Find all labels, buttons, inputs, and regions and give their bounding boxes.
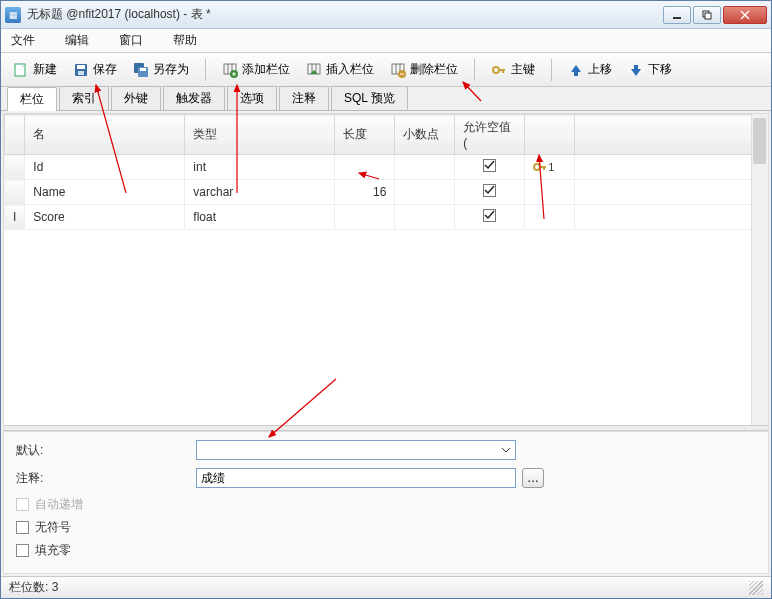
app-icon: ▦ [5, 7, 21, 23]
save-icon [73, 62, 89, 78]
comment-input[interactable]: 成绩 [196, 468, 516, 488]
comment-ellipsis-button[interactable]: … [522, 468, 544, 488]
default-label: 默认: [16, 442, 196, 459]
status-fieldcount: 栏位数: 3 [9, 579, 58, 596]
comment-value: 成绩 [201, 470, 225, 487]
new-label: 新建 [33, 61, 57, 78]
svg-rect-8 [78, 71, 84, 75]
deletecol-label: 删除栏位 [410, 61, 458, 78]
new-button[interactable]: 新建 [7, 58, 63, 81]
svg-point-30 [534, 164, 540, 170]
vertical-scrollbar[interactable] [751, 114, 768, 425]
chevron-down-icon [499, 443, 513, 457]
toolbar: 新建 保存 另存为 添加栏位 插入栏位 删除栏位 主键 [1, 53, 771, 87]
cell-primarykey[interactable] [525, 205, 575, 230]
cell-type[interactable]: float [185, 205, 335, 230]
col-decimals[interactable]: 小数点 [395, 115, 455, 155]
scrollbar-thumb[interactable] [753, 118, 766, 164]
svg-rect-7 [77, 65, 85, 69]
cell-allownull[interactable] [455, 155, 525, 180]
cell-type[interactable]: varchar [185, 180, 335, 205]
menu-help[interactable]: 帮助 [169, 30, 201, 51]
tab-bar: 栏位 索引 外键 触发器 选项 注释 SQL 预览 [1, 87, 771, 111]
autoinc-checkbox [16, 498, 29, 511]
saveas-label: 另存为 [153, 61, 189, 78]
minimize-button[interactable] [663, 6, 691, 24]
zerofill-checkbox[interactable] [16, 544, 29, 557]
table-row[interactable]: Idint1 [5, 155, 768, 180]
ellipsis-icon: … [527, 471, 539, 485]
cell-length[interactable]: 16 [335, 180, 395, 205]
deletecol-icon [390, 62, 406, 78]
col-name[interactable]: 名 [25, 115, 185, 155]
toolbar-separator [205, 59, 206, 81]
key-icon [491, 62, 507, 78]
primarykey-button[interactable]: 主键 [485, 58, 541, 81]
cell-name[interactable]: Id [25, 155, 185, 180]
cell-name[interactable]: Score [25, 205, 185, 230]
cell-primarykey[interactable]: 1 [525, 155, 575, 180]
deletecol-button[interactable]: 删除栏位 [384, 58, 464, 81]
cell-length[interactable] [335, 155, 395, 180]
cell-type[interactable]: int [185, 155, 335, 180]
saveas-button[interactable]: 另存为 [127, 58, 195, 81]
zerofill-row[interactable]: 填充零 [16, 542, 756, 559]
rowhandle-header [5, 115, 25, 155]
tab-options[interactable]: 选项 [227, 86, 277, 110]
menu-edit[interactable]: 编辑 [61, 30, 93, 51]
primarykey-label: 主键 [511, 61, 535, 78]
unsigned-row[interactable]: 无符号 [16, 519, 756, 536]
movedown-button[interactable]: 下移 [622, 58, 678, 81]
cell-decimals[interactable] [395, 155, 455, 180]
field-properties: 默认: 注释: 成绩 … [4, 431, 768, 573]
tab-indexes[interactable]: 索引 [59, 86, 109, 110]
cell-decimals[interactable] [395, 180, 455, 205]
arrow-up-icon [568, 62, 584, 78]
tab-foreignkeys[interactable]: 外键 [111, 86, 161, 110]
row-marker: I [5, 205, 25, 230]
tab-comment[interactable]: 注释 [279, 86, 329, 110]
menubar: 文件 编辑 窗口 帮助 [1, 29, 771, 53]
col-length[interactable]: 长度 [335, 115, 395, 155]
unsigned-checkbox[interactable] [16, 521, 29, 534]
moveup-button[interactable]: 上移 [562, 58, 618, 81]
cell-allownull[interactable] [455, 180, 525, 205]
col-allownull[interactable]: 允许空值 ( [455, 115, 525, 155]
fields-grid[interactable]: 名 类型 长度 小数点 允许空值 ( Idint1Namevarchar16IS… [4, 114, 768, 230]
row-marker [5, 180, 25, 205]
cell-decimals[interactable] [395, 205, 455, 230]
addcol-icon [222, 62, 238, 78]
table-row[interactable]: Namevarchar16 [5, 180, 768, 205]
titlebar: ▦ 无标题 @nfit2017 (localhost) - 表 * [1, 1, 771, 29]
cell-spacer [575, 180, 768, 205]
addcol-label: 添加栏位 [242, 61, 290, 78]
toolbar-separator [474, 59, 475, 81]
insertcol-icon [306, 62, 322, 78]
movedown-label: 下移 [648, 61, 672, 78]
table-row[interactable]: IScorefloat [5, 205, 768, 230]
new-icon [13, 62, 29, 78]
saveas-icon [133, 62, 149, 78]
menu-file[interactable]: 文件 [7, 30, 39, 51]
save-label: 保存 [93, 61, 117, 78]
insertcol-button[interactable]: 插入栏位 [300, 58, 380, 81]
col-key[interactable] [525, 115, 575, 155]
close-button[interactable] [723, 6, 767, 24]
tab-fields[interactable]: 栏位 [7, 87, 57, 111]
col-type[interactable]: 类型 [185, 115, 335, 155]
default-combo[interactable] [196, 440, 516, 460]
unsigned-label: 无符号 [35, 519, 71, 536]
svg-rect-2 [705, 13, 711, 19]
menu-window[interactable]: 窗口 [115, 30, 147, 51]
cell-name[interactable]: Name [25, 180, 185, 205]
maximize-button[interactable] [693, 6, 721, 24]
addcol-button[interactable]: 添加栏位 [216, 58, 296, 81]
tab-triggers[interactable]: 触发器 [163, 86, 225, 110]
resize-gripper[interactable] [749, 581, 763, 595]
cell-primarykey[interactable] [525, 180, 575, 205]
cell-spacer [575, 155, 768, 180]
cell-allownull[interactable] [455, 205, 525, 230]
tab-sqlpreview[interactable]: SQL 预览 [331, 86, 408, 110]
cell-length[interactable] [335, 205, 395, 230]
save-button[interactable]: 保存 [67, 58, 123, 81]
